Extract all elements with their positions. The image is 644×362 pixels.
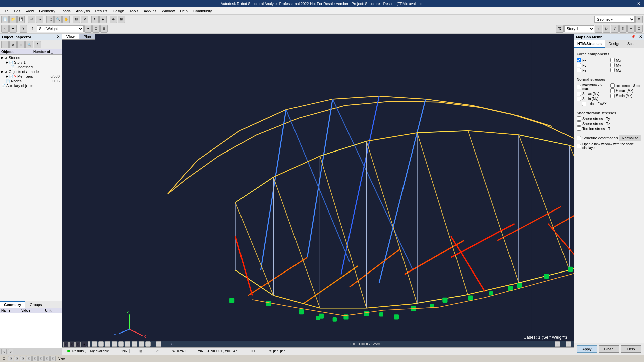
menu-view[interactable]: View [23,8,37,14]
tb-open[interactable]: 📁 [9,16,17,23]
close-button[interactable]: ✕ [633,0,644,7]
vp-up[interactable]: ▲ [555,341,560,347]
cb-torsion-label[interactable]: Torsion stress - T [582,127,610,131]
tree-undefined[interactable]: 📄 Undefined [1,65,61,69]
scroll-left[interactable]: ◁ [1,349,7,354]
cb-smin-label[interactable]: minimum - S min [616,84,641,87]
tb2-icon2[interactable]: ⊞ [100,25,108,33]
app-tb4[interactable]: ⊡ [26,356,32,361]
tb-redo[interactable]: ↪ [36,16,43,23]
minimize-button[interactable]: ─ [612,0,623,7]
cb-my[interactable] [610,63,615,67]
tb2-story-prev[interactable]: ◁ [595,25,602,33]
cb-mx[interactable] [610,58,615,62]
menu-community[interactable]: Community [191,8,215,14]
vp-nav-11[interactable]: ⊡ [139,341,144,347]
menu-help[interactable]: Help [177,8,191,14]
cb-axial-label[interactable]: axial - Fx/AX [588,102,607,106]
cb-fx-label[interactable]: Fx [582,58,586,62]
tb2-story-next[interactable]: ▷ [603,25,610,33]
tb2-icon1[interactable]: ⊡ [92,25,100,33]
cb-smaxmz-label[interactable]: S max (Mz) [616,89,633,93]
tb-view3d[interactable]: ◈ [99,16,107,23]
tb-new[interactable]: 📄 [1,16,9,23]
tb2-help2[interactable]: ? [611,25,619,33]
menu-analysis[interactable]: Analysis [73,8,93,14]
tb2-cursor[interactable]: ↖ [1,25,9,33]
menu-results[interactable]: Results [93,8,110,14]
tb2-story-icon[interactable]: 🏗 [556,25,564,33]
menu-window[interactable]: Window [159,8,177,14]
cb-new-window[interactable] [577,144,581,148]
insp-tb-help[interactable]: ? [34,41,41,48]
scroll-right[interactable]: ▷ [8,349,13,354]
cb-sminmy-label[interactable]: S min (My) [582,97,598,101]
vp-nav-7[interactable]: ⊡ [112,341,117,347]
tab-groups[interactable]: Groups [25,301,46,308]
normalize-button[interactable]: Normalize [619,135,641,141]
tb2-help[interactable]: ? [20,25,27,33]
app-tb6[interactable]: ⊡ [38,356,44,361]
tb-select[interactable]: ⬚ [46,16,54,23]
tb-rotate[interactable]: ↻ [91,16,99,23]
help-button[interactable]: Help [621,345,641,353]
tb2-load-arrow[interactable]: ▼ [84,25,92,33]
app-tb3[interactable]: ⊡ [20,356,25,361]
tb-undo[interactable]: ↩ [28,16,35,23]
tb-save[interactable]: 💾 [17,16,25,23]
cb-smin[interactable] [610,83,615,88]
app-tb8[interactable]: ⊡ [50,356,56,361]
cb-shear-ty-label[interactable]: Shear stress - Ty [582,117,610,121]
story-select[interactable]: Story 1 [564,25,594,32]
sb-icon4[interactable]: ⊡ [82,342,87,347]
cb-fx[interactable] [577,58,581,62]
tb-grid[interactable]: ⊞ [118,16,125,23]
cb-sminmz[interactable] [610,94,615,98]
tb-dropdown-arrow[interactable]: ▼ [635,16,643,23]
cb-fz-label[interactable]: Fz [582,68,586,72]
vp-nav-8[interactable]: ⊡ [118,341,124,347]
vp-nav-right[interactable]: ▷ [145,341,151,347]
tree-story1[interactable]: ▶ 📄 Story 1 [1,60,61,65]
vp-nav-4[interactable]: ⊡ [92,341,97,347]
tb-pan[interactable]: ✋ [62,16,70,23]
rp-tab-design[interactable]: Design [605,40,624,48]
rp-close-icon[interactable]: ✕ [639,35,642,39]
menu-edit[interactable]: Edit [11,8,23,14]
cb-struct-def[interactable] [577,136,581,140]
rp-tab-scale[interactable]: Scale [624,40,640,48]
app-tb5[interactable]: ⊡ [32,356,38,361]
insp-tb-3[interactable]: ↕ [17,41,25,48]
vp-nav-10[interactable]: ⊡ [132,341,137,347]
cb-smaxmy[interactable] [577,92,581,96]
cb-fz[interactable] [577,68,581,72]
close-panel-icon[interactable]: ✕ [57,35,60,39]
menu-file[interactable]: File [0,8,11,14]
tab-view[interactable]: View [62,34,79,40]
cb-new-window-label[interactable]: Open a new window with the scale display… [582,142,641,150]
cb-smaxmz[interactable] [610,88,615,93]
rp-tab-ntm[interactable]: NTM/Stresses [574,40,605,48]
menu-tools[interactable]: Tools [127,8,141,14]
rp-minimize-icon[interactable]: ─ [636,35,638,39]
cb-axial[interactable] [582,102,586,106]
tree-members[interactable]: ▶ 📄 ✕ Members 0/530 [1,74,61,79]
tree-auxiliary[interactable]: 📄 Auxiliary objects [1,83,61,88]
cb-mz-label[interactable]: Mz [616,68,621,72]
cb-sminmz-label[interactable]: S min (Mz) [616,94,632,98]
insp-tb-1[interactable]: ⊡ [1,41,9,48]
tb-zoom[interactable]: 🔍 [54,16,62,23]
menu-loads[interactable]: Loads [58,8,73,14]
cb-sminmy[interactable] [577,97,581,101]
cb-shear-ty[interactable] [577,116,581,121]
insp-tb-2[interactable]: ✕ [9,41,17,48]
cb-fy-label[interactable]: Fy [582,63,586,67]
app-tb7[interactable]: ⊡ [44,356,50,361]
vp-nav-9[interactable]: ⊡ [125,341,130,347]
tab-geometry[interactable]: Geometry [0,301,25,308]
cb-smax-label[interactable]: maximum - S max [582,83,608,91]
vp-scroll[interactable]: ◁ [156,341,161,347]
cb-fy[interactable] [577,63,581,67]
insp-tb-search[interactable]: 🔍 [25,41,33,48]
tb2-node[interactable]: ● [9,25,17,33]
